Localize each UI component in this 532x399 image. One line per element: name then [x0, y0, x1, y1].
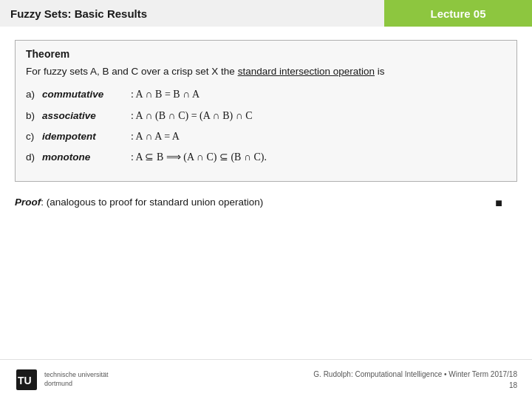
row-d-letter: d): [26, 149, 42, 166]
row-a-term: commutative: [42, 86, 131, 103]
theorem-intro-suffix: is: [378, 66, 385, 77]
footer-citation: G. Rudolph: Computational Intelligence •…: [313, 369, 517, 391]
row-d-term: monotone: [42, 149, 131, 166]
footer-right-line1: G. Rudolph: Computational Intelligence •…: [313, 370, 517, 378]
row-b-formula: : A ∩ (B ∩ C) = (A ∩ B) ∩ C: [131, 108, 506, 124]
row-b-letter: b): [26, 108, 42, 124]
header-title: Fuzzy Sets: Basic Results: [0, 0, 384, 27]
row-d-formula: : A ⊆ B ⟹ (A ∩ C) ⊆ (B ∩ C).: [131, 149, 506, 166]
row-b-term: associative: [42, 108, 131, 124]
theorem-label: Theorem: [26, 48, 506, 60]
theorem-row-d: d) monotone : A ⊆ B ⟹ (A ∩ C) ⊆ (B ∩ C).: [26, 149, 506, 166]
row-c-term: idempotent: [42, 129, 131, 145]
footer-logo-area: TU technische universität dortmund: [15, 368, 109, 392]
header-title-text: Fuzzy Sets: Basic Results: [10, 7, 147, 20]
footer-line1: technische universität: [44, 371, 109, 380]
header-lecture-text: Lecture 05: [430, 7, 485, 20]
theorem-intro-underline: standard intersection operation: [238, 66, 375, 77]
theorem-row-b: b) associative : A ∩ (B ∩ C) = (A ∩ B) ∩…: [26, 108, 506, 124]
proof-label: Proof: [15, 197, 41, 208]
footer-line2: dortmund: [44, 380, 109, 389]
row-a-formula: : A ∩ B = B ∩ A: [131, 86, 506, 103]
proof-section: Proof: (analogous to proof for standard …: [15, 195, 517, 210]
theorem-intro-text: For fuzzy sets A, B and C over a crisp s…: [26, 66, 235, 77]
main-content: Theorem For fuzzy sets A, B and C over a…: [0, 27, 532, 217]
theorem-row-c: c) idempotent : A ∩ A = A: [26, 129, 506, 145]
theorem-box: Theorem For fuzzy sets A, B and C over a…: [15, 40, 517, 182]
header-lecture: Lecture 05: [384, 0, 532, 27]
proof-content: (analogous to proof for standard union o…: [47, 197, 263, 208]
footer: TU technische universität dortmund G. Ru…: [0, 359, 532, 399]
proof-square: ■: [495, 197, 502, 210]
header: Fuzzy Sets: Basic Results Lecture 05: [0, 0, 532, 27]
theorem-intro: For fuzzy sets A, B and C over a crisp s…: [26, 64, 506, 79]
tu-dortmund-logo-icon: TU: [15, 368, 38, 392]
row-c-letter: c): [26, 129, 42, 145]
row-a-letter: a): [26, 86, 42, 103]
svg-text:TU: TU: [18, 375, 32, 386]
theorem-row-a: a) commutative : A ∩ B = B ∩ A: [26, 86, 506, 103]
footer-institution-text: technische universität dortmund: [44, 371, 109, 388]
row-c-formula: : A ∩ A = A: [131, 129, 506, 145]
footer-right-line2: 18: [509, 381, 517, 389]
proof-text: Proof: (analogous to proof for standard …: [15, 195, 263, 210]
